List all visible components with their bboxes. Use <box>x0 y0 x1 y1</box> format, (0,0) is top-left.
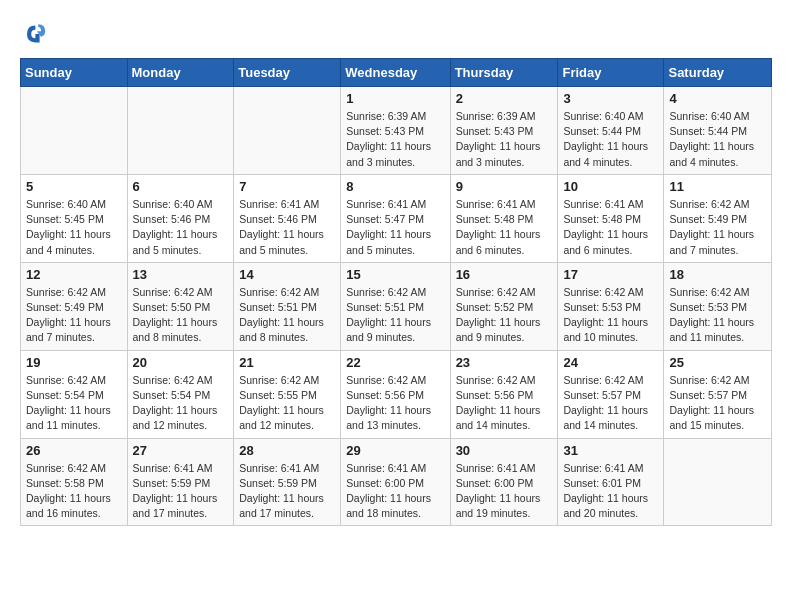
day-number: 5 <box>26 179 122 194</box>
weekday-header-row: SundayMondayTuesdayWednesdayThursdayFrid… <box>21 59 772 87</box>
day-number: 1 <box>346 91 444 106</box>
day-info: Sunrise: 6:42 AM Sunset: 5:56 PM Dayligh… <box>456 373 553 434</box>
day-info: Sunrise: 6:40 AM Sunset: 5:44 PM Dayligh… <box>563 109 658 170</box>
calendar-cell: 29Sunrise: 6:41 AM Sunset: 6:00 PM Dayli… <box>341 438 450 526</box>
calendar-cell: 12Sunrise: 6:42 AM Sunset: 5:49 PM Dayli… <box>21 262 128 350</box>
day-number: 21 <box>239 355 335 370</box>
day-info: Sunrise: 6:41 AM Sunset: 5:59 PM Dayligh… <box>133 461 229 522</box>
calendar-cell: 4Sunrise: 6:40 AM Sunset: 5:44 PM Daylig… <box>664 87 772 175</box>
day-info: Sunrise: 6:41 AM Sunset: 5:47 PM Dayligh… <box>346 197 444 258</box>
weekday-header-monday: Monday <box>127 59 234 87</box>
weekday-header-saturday: Saturday <box>664 59 772 87</box>
calendar-cell: 5Sunrise: 6:40 AM Sunset: 5:45 PM Daylig… <box>21 174 128 262</box>
day-number: 7 <box>239 179 335 194</box>
day-number: 30 <box>456 443 553 458</box>
calendar-cell: 2Sunrise: 6:39 AM Sunset: 5:43 PM Daylig… <box>450 87 558 175</box>
day-number: 2 <box>456 91 553 106</box>
day-info: Sunrise: 6:42 AM Sunset: 5:54 PM Dayligh… <box>133 373 229 434</box>
calendar-cell: 16Sunrise: 6:42 AM Sunset: 5:52 PM Dayli… <box>450 262 558 350</box>
day-number: 10 <box>563 179 658 194</box>
day-info: Sunrise: 6:41 AM Sunset: 6:00 PM Dayligh… <box>346 461 444 522</box>
calendar-cell <box>664 438 772 526</box>
calendar-cell: 28Sunrise: 6:41 AM Sunset: 5:59 PM Dayli… <box>234 438 341 526</box>
day-info: Sunrise: 6:41 AM Sunset: 6:01 PM Dayligh… <box>563 461 658 522</box>
day-info: Sunrise: 6:42 AM Sunset: 5:51 PM Dayligh… <box>346 285 444 346</box>
day-number: 20 <box>133 355 229 370</box>
calendar-cell: 10Sunrise: 6:41 AM Sunset: 5:48 PM Dayli… <box>558 174 664 262</box>
day-number: 24 <box>563 355 658 370</box>
weekday-header-thursday: Thursday <box>450 59 558 87</box>
calendar-cell: 17Sunrise: 6:42 AM Sunset: 5:53 PM Dayli… <box>558 262 664 350</box>
day-info: Sunrise: 6:42 AM Sunset: 5:51 PM Dayligh… <box>239 285 335 346</box>
day-number: 13 <box>133 267 229 282</box>
day-number: 23 <box>456 355 553 370</box>
calendar-cell: 23Sunrise: 6:42 AM Sunset: 5:56 PM Dayli… <box>450 350 558 438</box>
day-info: Sunrise: 6:42 AM Sunset: 5:56 PM Dayligh… <box>346 373 444 434</box>
calendar-cell <box>21 87 128 175</box>
day-info: Sunrise: 6:40 AM Sunset: 5:46 PM Dayligh… <box>133 197 229 258</box>
day-info: Sunrise: 6:42 AM Sunset: 5:49 PM Dayligh… <box>26 285 122 346</box>
day-number: 8 <box>346 179 444 194</box>
calendar-cell: 9Sunrise: 6:41 AM Sunset: 5:48 PM Daylig… <box>450 174 558 262</box>
day-number: 4 <box>669 91 766 106</box>
calendar-week-1: 1Sunrise: 6:39 AM Sunset: 5:43 PM Daylig… <box>21 87 772 175</box>
day-info: Sunrise: 6:42 AM Sunset: 5:57 PM Dayligh… <box>563 373 658 434</box>
calendar-cell: 30Sunrise: 6:41 AM Sunset: 6:00 PM Dayli… <box>450 438 558 526</box>
calendar-week-5: 26Sunrise: 6:42 AM Sunset: 5:58 PM Dayli… <box>21 438 772 526</box>
calendar-cell: 31Sunrise: 6:41 AM Sunset: 6:01 PM Dayli… <box>558 438 664 526</box>
day-number: 19 <box>26 355 122 370</box>
calendar-table: SundayMondayTuesdayWednesdayThursdayFrid… <box>20 58 772 526</box>
calendar-cell: 20Sunrise: 6:42 AM Sunset: 5:54 PM Dayli… <box>127 350 234 438</box>
calendar-cell: 3Sunrise: 6:40 AM Sunset: 5:44 PM Daylig… <box>558 87 664 175</box>
day-info: Sunrise: 6:41 AM Sunset: 5:48 PM Dayligh… <box>563 197 658 258</box>
weekday-header-tuesday: Tuesday <box>234 59 341 87</box>
calendar-week-2: 5Sunrise: 6:40 AM Sunset: 5:45 PM Daylig… <box>21 174 772 262</box>
day-number: 11 <box>669 179 766 194</box>
day-info: Sunrise: 6:40 AM Sunset: 5:44 PM Dayligh… <box>669 109 766 170</box>
day-number: 3 <box>563 91 658 106</box>
calendar-cell: 24Sunrise: 6:42 AM Sunset: 5:57 PM Dayli… <box>558 350 664 438</box>
day-info: Sunrise: 6:40 AM Sunset: 5:45 PM Dayligh… <box>26 197 122 258</box>
page-header <box>20 20 772 48</box>
day-number: 12 <box>26 267 122 282</box>
day-number: 16 <box>456 267 553 282</box>
day-number: 18 <box>669 267 766 282</box>
logo <box>20 20 52 48</box>
day-info: Sunrise: 6:39 AM Sunset: 5:43 PM Dayligh… <box>456 109 553 170</box>
calendar-week-3: 12Sunrise: 6:42 AM Sunset: 5:49 PM Dayli… <box>21 262 772 350</box>
day-number: 15 <box>346 267 444 282</box>
weekday-header-sunday: Sunday <box>21 59 128 87</box>
calendar-cell: 22Sunrise: 6:42 AM Sunset: 5:56 PM Dayli… <box>341 350 450 438</box>
calendar-cell: 18Sunrise: 6:42 AM Sunset: 5:53 PM Dayli… <box>664 262 772 350</box>
day-info: Sunrise: 6:39 AM Sunset: 5:43 PM Dayligh… <box>346 109 444 170</box>
day-info: Sunrise: 6:42 AM Sunset: 5:57 PM Dayligh… <box>669 373 766 434</box>
calendar-cell <box>127 87 234 175</box>
day-number: 27 <box>133 443 229 458</box>
day-info: Sunrise: 6:41 AM Sunset: 5:46 PM Dayligh… <box>239 197 335 258</box>
day-number: 25 <box>669 355 766 370</box>
calendar-cell: 26Sunrise: 6:42 AM Sunset: 5:58 PM Dayli… <box>21 438 128 526</box>
calendar-cell: 13Sunrise: 6:42 AM Sunset: 5:50 PM Dayli… <box>127 262 234 350</box>
calendar-cell: 19Sunrise: 6:42 AM Sunset: 5:54 PM Dayli… <box>21 350 128 438</box>
calendar-week-4: 19Sunrise: 6:42 AM Sunset: 5:54 PM Dayli… <box>21 350 772 438</box>
calendar-cell: 15Sunrise: 6:42 AM Sunset: 5:51 PM Dayli… <box>341 262 450 350</box>
day-info: Sunrise: 6:42 AM Sunset: 5:58 PM Dayligh… <box>26 461 122 522</box>
day-info: Sunrise: 6:42 AM Sunset: 5:55 PM Dayligh… <box>239 373 335 434</box>
logo-icon <box>20 20 48 48</box>
day-number: 9 <box>456 179 553 194</box>
day-info: Sunrise: 6:41 AM Sunset: 5:59 PM Dayligh… <box>239 461 335 522</box>
calendar-cell: 14Sunrise: 6:42 AM Sunset: 5:51 PM Dayli… <box>234 262 341 350</box>
day-info: Sunrise: 6:42 AM Sunset: 5:53 PM Dayligh… <box>563 285 658 346</box>
day-number: 28 <box>239 443 335 458</box>
day-info: Sunrise: 6:42 AM Sunset: 5:50 PM Dayligh… <box>133 285 229 346</box>
day-number: 14 <box>239 267 335 282</box>
calendar-cell: 11Sunrise: 6:42 AM Sunset: 5:49 PM Dayli… <box>664 174 772 262</box>
calendar-cell: 27Sunrise: 6:41 AM Sunset: 5:59 PM Dayli… <box>127 438 234 526</box>
calendar-cell: 6Sunrise: 6:40 AM Sunset: 5:46 PM Daylig… <box>127 174 234 262</box>
day-info: Sunrise: 6:41 AM Sunset: 5:48 PM Dayligh… <box>456 197 553 258</box>
day-number: 22 <box>346 355 444 370</box>
calendar-cell <box>234 87 341 175</box>
calendar-cell: 21Sunrise: 6:42 AM Sunset: 5:55 PM Dayli… <box>234 350 341 438</box>
day-number: 31 <box>563 443 658 458</box>
calendar-cell: 7Sunrise: 6:41 AM Sunset: 5:46 PM Daylig… <box>234 174 341 262</box>
